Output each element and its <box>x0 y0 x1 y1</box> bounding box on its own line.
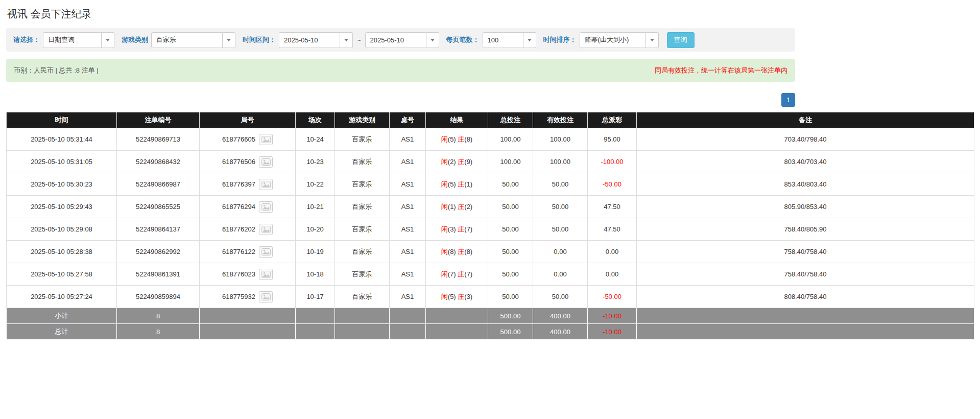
cell-total-bet[interactable]: 50.00 <box>488 263 533 286</box>
cell-time: 2025-05-10 05:28:38 <box>7 241 117 263</box>
date-to-picker[interactable] <box>365 32 439 48</box>
cell-result: 闲(5) 庄(3) <box>426 286 488 308</box>
result-banker-char: 庄 <box>458 293 464 300</box>
video-replay-icon[interactable] <box>259 224 273 235</box>
time-sort-dropdown-button[interactable] <box>646 32 659 48</box>
game-type-dropdown-button[interactable] <box>223 32 235 48</box>
cell-session: 10-24 <box>296 128 335 151</box>
result-banker-points: (9) <box>464 158 472 166</box>
date-to-input[interactable] <box>365 32 426 48</box>
video-replay-icon[interactable] <box>259 179 273 190</box>
cell-table-no: AS1 <box>390 286 426 308</box>
video-replay-icon[interactable] <box>259 156 273 168</box>
total-payout: -10.00 <box>588 324 637 340</box>
cell-total-bet[interactable]: 50.00 <box>488 241 533 263</box>
cell-total-bet[interactable]: 50.00 <box>488 173 533 196</box>
result-player-points: (5) <box>448 180 456 188</box>
subtotal-empty-round <box>200 308 296 324</box>
page-size-input[interactable] <box>483 32 523 48</box>
chevron-down-icon <box>431 39 435 41</box>
result-player-points: (7) <box>448 270 456 278</box>
cell-total-bet[interactable]: 100.00 <box>488 151 533 173</box>
game-type-input[interactable] <box>151 32 223 48</box>
cell-note: 758.40/805.90 <box>637 218 974 241</box>
result-banker-points: (1) <box>464 180 472 188</box>
round-number: 618776506 <box>222 158 255 166</box>
result-player-char: 闲 <box>441 225 448 233</box>
cell-time: 2025-05-10 05:27:58 <box>7 263 117 286</box>
video-replay-icon[interactable] <box>259 291 273 302</box>
cell-payout: -100.00 <box>588 151 637 173</box>
chevron-down-icon <box>528 39 532 41</box>
cell-note: 803.40/703.40 <box>637 151 974 173</box>
cell-note: 703.40/798.40 <box>637 128 974 151</box>
video-replay-icon[interactable] <box>259 246 273 258</box>
cell-total-bet[interactable]: 50.00 <box>488 286 533 308</box>
cell-bet-id: 522490869713 <box>117 128 200 151</box>
cell-total-bet[interactable]: 50.00 <box>488 218 533 241</box>
cell-total-bet[interactable]: 100.00 <box>488 128 533 151</box>
cell-table-no: AS1 <box>390 218 426 241</box>
time-sort-select[interactable] <box>580 32 659 48</box>
cell-session: 10-23 <box>296 151 335 173</box>
query-type-dropdown-button[interactable] <box>102 32 114 48</box>
result-player-points: (1) <box>448 203 456 211</box>
cell-payout: 95.00 <box>588 128 637 151</box>
total-empty-session <box>296 324 335 340</box>
result-banker-char: 庄 <box>458 158 464 166</box>
cell-note: 758.40/758.40 <box>637 241 974 263</box>
summary-bar: 币别：人民币 | 总共 :8 注单 | 同局有效投注，统一计算在该局第一张注单内 <box>6 59 795 82</box>
col-header-payout: 总派彩 <box>588 112 637 128</box>
col-header-total-bet: 总投注 <box>488 112 533 128</box>
cell-table-no: AS1 <box>390 173 426 196</box>
cell-bet-id: 522490862992 <box>117 241 200 263</box>
cell-game-type: 百家乐 <box>335 196 390 218</box>
cell-result: 闲(5) 庄(1) <box>426 173 488 196</box>
cell-valid-bet: 50.00 <box>533 218 588 241</box>
page-size-label: 每页笔数： <box>446 35 480 44</box>
valid-bet-notice-text: 同局有效投注，统一计算在该局第一张注单内 <box>655 66 787 75</box>
total-empty-game <box>335 324 390 340</box>
result-player-points: (5) <box>448 293 456 300</box>
game-type-select[interactable] <box>151 32 235 48</box>
search-button[interactable]: 查询 <box>667 32 695 48</box>
cell-total-bet[interactable]: 50.00 <box>488 196 533 218</box>
total-empty-round <box>200 324 296 340</box>
cell-note: 808.40/758.40 <box>637 286 974 308</box>
total-valid-bet: 400.00 <box>533 324 588 340</box>
col-header-bet-id: 注单编号 <box>117 112 200 128</box>
total-total-bet: 500.00 <box>488 324 533 340</box>
subtotal-empty-table <box>390 308 426 324</box>
cell-round: 618776202 <box>200 218 296 241</box>
table-row: 2025-05-10 05:29:08 522490864137 6187762… <box>7 218 974 241</box>
date-to-dropdown-button[interactable] <box>426 32 439 48</box>
page-size-dropdown-button[interactable] <box>523 32 536 48</box>
time-sort-input[interactable] <box>580 32 646 48</box>
chevron-down-icon <box>344 39 348 41</box>
chevron-down-icon <box>650 39 654 41</box>
total-row: 总计 8 500.00 400.00 -10.00 <box>7 324 974 340</box>
result-player-points: (2) <box>448 158 456 166</box>
result-player-points: (3) <box>448 225 456 233</box>
cell-note: 758.40/758.40 <box>637 263 974 286</box>
cell-time: 2025-05-10 05:30:23 <box>7 173 117 196</box>
date-from-input[interactable] <box>279 32 340 48</box>
page-1-button[interactable]: 1 <box>781 93 795 107</box>
pagination: 1 <box>6 93 795 107</box>
video-replay-icon[interactable] <box>259 269 273 280</box>
cell-bet-id: 522490868432 <box>117 151 200 173</box>
date-from-picker[interactable] <box>279 32 353 48</box>
table-row: 2025-05-10 05:29:43 522490865525 6187762… <box>7 196 974 218</box>
cell-game-type: 百家乐 <box>335 241 390 263</box>
query-type-input[interactable] <box>43 32 102 48</box>
cell-game-type: 百家乐 <box>335 173 390 196</box>
video-replay-icon[interactable] <box>259 201 273 213</box>
round-number: 618776122 <box>222 248 255 255</box>
total-empty-note <box>637 324 974 340</box>
video-replay-icon[interactable] <box>259 134 273 145</box>
date-from-dropdown-button[interactable] <box>340 32 353 48</box>
cell-note: 853.40/803.40 <box>637 173 974 196</box>
query-type-select[interactable] <box>43 32 114 48</box>
cell-valid-bet: 0.00 <box>533 241 588 263</box>
page-size-select[interactable] <box>483 32 536 48</box>
